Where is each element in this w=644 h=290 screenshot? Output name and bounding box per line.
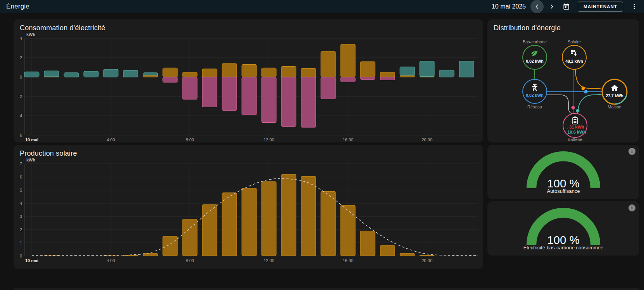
self-sufficiency-gauge-card: i 100 % Autosuffisance [487,145,639,199]
low-carbon-label: Bas-carbone [523,39,547,44]
energy-flow-diagram: Bas-carbone 0,02 kWh Solaire 48,2 kWh 0,… [487,34,639,141]
battery-in-flow-dot [572,106,575,110]
chevron-left-icon [533,3,541,10]
flow-grid-to-battery [547,95,572,113]
grid-flow-dot [584,90,588,94]
svg-text:20:00: 20:00 [422,137,432,142]
svg-text:4:00: 4:00 [107,137,115,142]
svg-text:12:00: 12:00 [263,258,274,263]
consumption-chart-title: Consommation d'électricité [14,19,483,32]
grid-label: Réseau [527,105,542,109]
svg-text:8:00: 8:00 [186,258,194,263]
solar-panel-icon [571,50,577,57]
node-home[interactable]: 27,7 kWh Maison [602,79,627,109]
svg-text:0: 0 [20,254,22,258]
svg-text:16:00: 16:00 [343,258,353,263]
low-carbon-value: 0,02 kWh [526,59,544,63]
calendar-icon [563,3,570,10]
svg-text:2: 2 [20,227,22,232]
svg-text:2: 2 [20,94,22,99]
solar-ring [562,45,586,69]
solar-label: Solaire [568,39,581,44]
svg-text:10 mai: 10 mai [25,258,38,263]
svg-text:6: 6 [20,175,22,179]
grid-ring [523,79,547,103]
next-row-card-edge [14,288,639,290]
svg-text:kWh: kWh [26,158,36,162]
chevron-right-icon [548,3,556,10]
home-icon [611,85,618,91]
node-grid[interactable]: 0,02 kWh Réseau [523,79,547,109]
svg-text:4: 4 [20,36,22,41]
transmission-tower-icon [532,84,538,91]
leaf-icon [532,50,538,56]
solar-flow-dot [582,87,585,90]
electricity-consumption-card: Consommation d'électricité 42024610 mai4… [14,19,483,142]
node-battery[interactable]: ↓ 31 kWh ↑ 10,6 kWh Batterie [563,113,587,141]
flow-battery-to-home [578,94,602,113]
home-label: Maison [608,105,621,109]
svg-text:10 mai: 10 mai [25,137,38,142]
home-value: 27,7 kWh [606,93,623,98]
svg-text:8:00: 8:00 [186,137,194,142]
solar-chart-title: Production solaire [14,145,483,158]
node-low-carbon[interactable]: Bas-carbone 0,02 kWh [523,39,547,69]
consumption-bar-chart[interactable]: 42024610 mai4:008:0012:0016:0020:00kWh [19,32,478,142]
svg-text:0: 0 [20,75,22,79]
selected-date: 10 mai 2025 [492,3,526,10]
svg-text:2: 2 [20,55,22,60]
kebab-menu-icon [631,3,638,10]
svg-text:3: 3 [20,214,22,219]
battery-in-value: ↓ 31 kWh [566,125,584,129]
page-title: Énergie [6,3,29,10]
energy-distribution-card: Distribution d'énergie Bas-carbone 0,02 … [487,19,639,142]
battery-out-value: ↑ 10,6 kWh [564,130,586,134]
solar-production-card: Production solaire 7654321010 mai4:008:0… [14,145,483,269]
next-day-button[interactable] [545,0,558,13]
battery-label: Batterie [568,137,582,141]
svg-text:7: 7 [20,161,22,166]
previous-day-button[interactable] [530,0,544,13]
battery-icon [573,117,577,124]
low-carbon-ring [523,45,547,69]
svg-text:6: 6 [20,133,22,137]
low-carbon-gauge: 100 % [521,204,606,247]
svg-text:5: 5 [20,188,22,192]
svg-text:16:00: 16:00 [343,137,353,142]
svg-text:4: 4 [20,113,22,118]
svg-text:1: 1 [20,240,22,245]
solar-bar-chart[interactable]: 7654321010 mai4:008:0012:0016:0020:00kWh [19,158,478,264]
svg-text:12:00: 12:00 [263,137,274,142]
svg-text:20:00: 20:00 [422,258,432,263]
now-button[interactable]: MAINTENANT [578,2,623,12]
solar-value: 48,2 kWh [565,59,583,63]
gauge-label: Autosuffisance [487,188,639,194]
svg-text:4: 4 [20,201,22,206]
info-icon[interactable]: i [629,204,635,211]
overflow-menu-button[interactable] [628,0,641,13]
flow-solar-to-home [575,69,602,89]
svg-text:kWh: kWh [26,32,36,37]
date-picker-button[interactable] [560,0,573,13]
app-header: Énergie 10 mai 2025 MAINTENANT [0,0,644,13]
svg-text:4:00: 4:00 [107,258,115,263]
low-carbon-gauge-card: i 100 % Électricité bas-carbone consommé… [487,201,639,256]
self-sufficiency-gauge: 100 % [521,148,606,190]
grid-value: 0,02 kWh [526,93,544,98]
distribution-title: Distribution d'énergie [487,19,639,32]
battery-out-flow-dot [576,109,580,113]
node-solar[interactable]: Solaire 48,2 kWh [562,39,586,69]
gauge-label: Électricité bas-carbone consommée [487,245,639,251]
info-icon[interactable]: i [629,148,635,155]
